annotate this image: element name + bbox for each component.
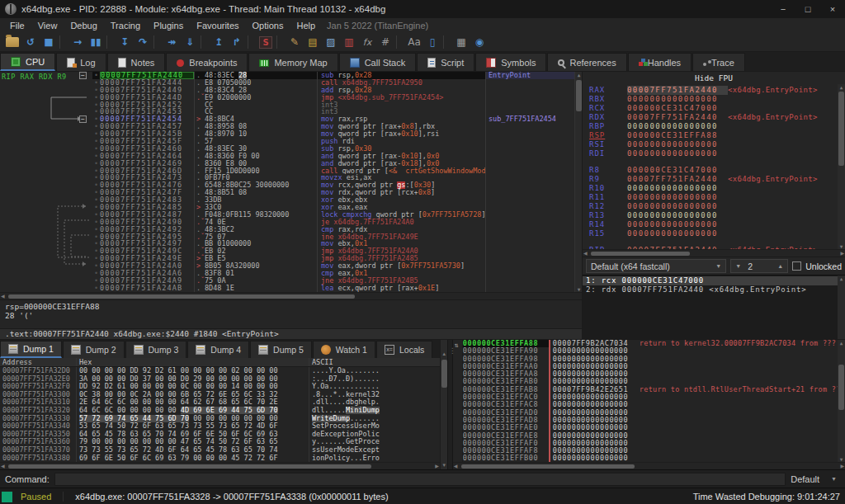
toolbar-icon[interactable]: ↥ xyxy=(210,35,228,49)
hide-fpu-button[interactable]: Hide FPU xyxy=(583,72,845,84)
register-row[interactable]: RSI 0000000000000000 xyxy=(589,140,835,149)
dump-stack-splitter[interactable] xyxy=(447,340,453,469)
stack-view[interactable]: 000000CE31EFFA88 00007FF9B2AC7034 return… xyxy=(453,340,845,462)
register-row[interactable]: RSP 000000CE31EFFA88 xyxy=(589,131,835,140)
toolbar-icon[interactable]: ↱ xyxy=(228,35,246,49)
toolbar-icon[interactable]: ⇓ xyxy=(181,35,199,49)
argument-count-spinner[interactable]: ▼ 2 ▲ xyxy=(730,259,788,273)
menu-item[interactable]: Debug xyxy=(64,21,103,31)
register-row[interactable]: RDX 00007FF751FA2440 <x64dbg.EntryPoint> xyxy=(589,113,835,122)
toolbar-icon[interactable] xyxy=(248,35,255,49)
main-tab[interactable]: Trace xyxy=(692,53,745,71)
dump-tab[interactable]: Dump 4 xyxy=(187,341,249,358)
menu-item[interactable]: Help xyxy=(290,21,322,31)
toolbar-icon[interactable] xyxy=(201,35,208,49)
disasm-hscrollbar[interactable]: ◀ xyxy=(0,292,582,299)
menu-item[interactable]: File xyxy=(3,21,31,31)
toolbar-icon[interactable]: ■ xyxy=(40,35,58,49)
main-tab[interactable]: Memory Map xyxy=(248,53,338,71)
command-profile-select[interactable]: Default ▼ xyxy=(791,474,840,484)
main-tab[interactable]: Notes xyxy=(107,53,166,71)
toolbar-icon[interactable] xyxy=(443,35,451,49)
arguments-vscrollbar[interactable]: ▲ xyxy=(838,276,845,339)
arguments-panel[interactable]: ▲ 1: rcx 000000CE31C470002: rdx 00007FF7… xyxy=(583,275,845,339)
main-tab[interactable]: Breakpoints xyxy=(166,53,248,71)
main-tab[interactable]: CPU xyxy=(0,53,55,71)
register-row[interactable]: R11 0000000000000000 xyxy=(589,193,835,202)
menu-item[interactable]: Plugins xyxy=(147,21,190,31)
toolbar-icon[interactable]: ↧ xyxy=(116,35,134,49)
hex-dump-row[interactable]: 00007FF751FA3380 69 6F 6E 50 6F 6C 69 63… xyxy=(0,455,440,462)
register-row[interactable]: R12 0000000000000000 xyxy=(589,202,835,211)
register-row[interactable]: R9 00007FF751FA2440 <x64dbg.EntryPoint> xyxy=(589,175,835,184)
fold-box-icon[interactable] xyxy=(79,115,87,123)
command-input[interactable] xyxy=(54,473,786,486)
disasm-row[interactable]: 00007FF751FA24AB . 8D48 1E lea ecx,qword… xyxy=(92,285,574,292)
toolbar-icon[interactable]: ▦ xyxy=(452,35,470,49)
register-row[interactable]: RAX 00007FF751FA2440 <x64dbg.EntryPoint> xyxy=(589,86,835,95)
menu-item[interactable]: Favourites xyxy=(190,21,245,31)
menu-item[interactable]: Options xyxy=(246,21,290,31)
stack-row[interactable]: 000000CE31EFFB00 0000000000000000 xyxy=(463,455,845,462)
register-row[interactable]: RCX 000000CE31C47000 xyxy=(589,104,835,113)
fold-box-icon[interactable] xyxy=(79,72,87,79)
register-row[interactable]: R8 000000CE31C47000 xyxy=(589,166,835,175)
toolbar-icon[interactable]: ↺ xyxy=(21,35,40,49)
main-tab[interactable]: Log xyxy=(56,53,106,71)
register-row[interactable] xyxy=(589,158,835,166)
disasm-vscrollbar[interactable]: ▲ ▼ xyxy=(574,72,582,292)
toolbar-icon[interactable]: ↷ xyxy=(134,35,152,49)
toolbar-icon[interactable]: S xyxy=(259,36,272,49)
toolbar-icon[interactable]: fx xyxy=(358,35,376,49)
argument-row[interactable]: 2: rdx 00007FF751FA2440 <x64dbg.EntryPoi… xyxy=(583,285,845,294)
toolbar-icon[interactable]: → xyxy=(68,35,87,49)
hex-dump-view[interactable]: Address Hex ASCII 00007FF751FA32D0 00 00… xyxy=(0,358,440,462)
argument-row[interactable]: 1: rcx 000000CE31C47000 xyxy=(583,276,845,285)
registers-vscrollbar[interactable]: ▲ ▼ xyxy=(838,84,845,249)
toolbar-icon[interactable] xyxy=(396,35,404,49)
breakpoint-dot-icon[interactable] xyxy=(92,285,100,292)
dump-tab[interactable]: Locals xyxy=(376,341,432,358)
stack-hscrollbar[interactable]: ◀ ▶ xyxy=(453,462,845,469)
menu-item[interactable]: View xyxy=(31,21,64,31)
dump-tab[interactable]: Dump 2 xyxy=(63,341,125,358)
dump-tab[interactable]: Dump 1 xyxy=(0,341,62,358)
toolbar-icon[interactable]: ▥ xyxy=(340,35,358,49)
maximize-button[interactable]: □ xyxy=(795,0,820,18)
main-tab[interactable]: Call Stack xyxy=(339,53,417,71)
minimize-button[interactable]: − xyxy=(771,0,795,18)
dump-hscrollbar[interactable]: ◀ ▶ xyxy=(0,462,440,469)
toolbar-icon[interactable] xyxy=(59,35,67,49)
main-tab[interactable]: References xyxy=(547,53,626,71)
register-row[interactable]: RBP 0000000000000000 xyxy=(589,122,835,131)
disassembly-view[interactable]: RIP RAX RDX R9 00007FF751FA2440 . 48:83E… xyxy=(0,72,582,292)
register-list[interactable]: ▲ ▼ RAX 00007FF751FA2440 <x64dbg.EntryPo… xyxy=(583,84,845,249)
unlocked-checkbox[interactable] xyxy=(792,261,801,271)
toolbar-icon[interactable] xyxy=(106,35,114,49)
close-button[interactable]: × xyxy=(820,0,845,18)
register-row[interactable]: R15 0000000000000000 xyxy=(589,229,835,238)
toolbar-icon[interactable]: ▤ xyxy=(304,35,322,49)
register-row[interactable]: RBX 0000000000000000 xyxy=(589,95,835,104)
toolbar-icon[interactable] xyxy=(153,35,161,49)
register-row[interactable]: RDI 0000000000000000 xyxy=(589,149,835,158)
register-row[interactable] xyxy=(589,238,835,246)
toolbar-icon[interactable] xyxy=(276,35,284,49)
register-row[interactable]: R13 0000000000000000 xyxy=(589,211,835,220)
main-tab[interactable]: Handles xyxy=(628,53,692,71)
toolbar-icon[interactable]: # xyxy=(376,35,394,49)
stack-vscrollbar[interactable]: ▲ ▼ xyxy=(838,340,845,462)
register-row[interactable]: R10 0000000000000000 xyxy=(589,184,835,193)
toolbar-icon[interactable]: ✎ xyxy=(286,35,304,49)
toolbar-icon[interactable]: ▨ xyxy=(322,35,340,49)
main-tab[interactable]: Symbols xyxy=(475,53,546,71)
register-row[interactable]: R14 0000000000000000 xyxy=(589,220,835,229)
calling-convention-select[interactable]: Default (x64 fastcall) ▼ xyxy=(586,259,726,273)
toolbar-icon[interactable] xyxy=(6,37,19,47)
registers-hscrollbar[interactable]: ◀ ▶ xyxy=(583,249,845,257)
dump-tab[interactable]: Dump 5 xyxy=(250,341,312,358)
toolbar-icon[interactable]: ◉ xyxy=(470,35,489,49)
toolbar-icon[interactable]: Aa xyxy=(405,35,423,49)
dump-vscrollbar[interactable]: ▲ ▼ xyxy=(440,340,447,469)
toolbar-icon[interactable]: ▯ xyxy=(423,35,441,49)
